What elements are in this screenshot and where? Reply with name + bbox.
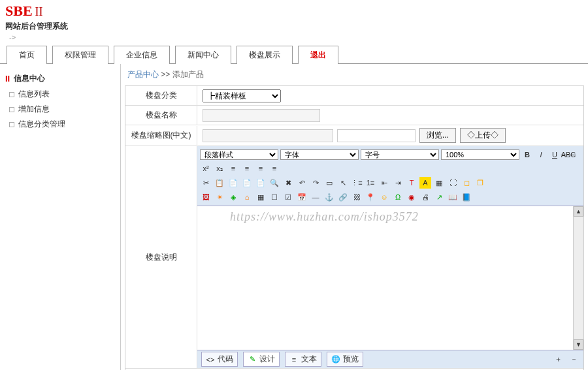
hr-icon[interactable]: — xyxy=(310,191,321,203)
editor-toolbar: 段落样式 字体 字号 100% B I U ABC x² x₂ ≡ xyxy=(197,146,583,206)
scroll-up-icon[interactable]: ▲ xyxy=(574,206,583,217)
cursor-icon[interactable]: ↖ xyxy=(337,177,349,189)
input-thumb-path[interactable] xyxy=(203,129,333,142)
outdent-icon[interactable]: ⇤ xyxy=(378,177,390,189)
logo-main: SBE xyxy=(5,3,33,20)
tab-exit[interactable]: 退出 xyxy=(298,46,338,64)
underline-icon[interactable]: U xyxy=(549,149,561,161)
form-area: 楼盘分类 ┣精装样板 楼盘名称 楼盘缩略图(中文) 浏览... xyxy=(125,85,584,370)
scroll-down-icon[interactable]: ▼ xyxy=(574,339,583,350)
section-icon: II xyxy=(5,74,10,84)
watermark-text: https://www.huzhan.com/ishop3572 xyxy=(230,210,419,224)
redo-icon[interactable]: ↷ xyxy=(310,177,321,189)
sidebar-heading: II 信息中心 xyxy=(5,70,120,87)
row-category: 楼盘分类 ┣精装样板 xyxy=(125,86,583,106)
table-icon[interactable]: ▦ xyxy=(255,191,267,203)
link-icon[interactable]: 🔗 xyxy=(337,191,349,203)
export-icon[interactable]: ↗ xyxy=(433,191,445,203)
bullet-icon xyxy=(9,107,14,112)
print-icon[interactable]: 🖨 xyxy=(419,191,431,203)
house-icon[interactable]: ⌂ xyxy=(241,191,253,203)
browse-button[interactable]: 浏览... xyxy=(419,128,456,143)
logo-sub: II xyxy=(35,5,43,19)
paste-text-icon[interactable]: 📄 xyxy=(241,177,253,189)
editor-scrollbar[interactable]: ▲ ▼ xyxy=(573,206,583,350)
tab-company[interactable]: 企业信息 xyxy=(114,46,170,64)
text-color-icon[interactable]: T xyxy=(406,177,417,189)
date-icon[interactable]: 📅 xyxy=(296,191,308,203)
anchor-icon[interactable]: ⚓ xyxy=(323,191,335,203)
upload-button[interactable]: ◇上传◇ xyxy=(460,128,506,143)
select-font-family[interactable]: 字体 xyxy=(280,149,359,160)
remove-format-icon[interactable]: ✖ xyxy=(282,177,294,189)
special-char-icon[interactable]: Ω xyxy=(392,191,404,203)
tab-preview[interactable]: 🌐 预览 xyxy=(327,352,363,367)
sidebar-item-list[interactable]: 信息列表 xyxy=(5,87,120,102)
tab-code[interactable]: <> 代码 xyxy=(201,352,238,367)
sidebar-item-categories[interactable]: 信息分类管理 xyxy=(5,117,120,132)
cut-icon[interactable]: ✂ xyxy=(200,177,212,189)
template-icon[interactable]: ◉ xyxy=(406,191,417,203)
label-desc: 楼盘说明 xyxy=(125,146,197,368)
map-icon[interactable]: 📍 xyxy=(365,191,376,203)
bullet-icon xyxy=(9,122,14,127)
undo-icon[interactable]: ↶ xyxy=(296,177,308,189)
breadcrumb: 产品中心 >> 添加产品 xyxy=(121,64,588,85)
superscript-icon[interactable]: x² xyxy=(200,162,212,174)
paste-word-icon[interactable]: 📄 xyxy=(255,177,267,189)
indent-icon[interactable]: ⇥ xyxy=(392,177,404,189)
sidebar-item-label: 信息分类管理 xyxy=(18,119,65,130)
select-all-icon[interactable]: ▭ xyxy=(323,177,335,189)
bold-icon[interactable]: B xyxy=(521,149,533,161)
preview-icon: 🌐 xyxy=(331,355,340,364)
image-icon[interactable]: 🖼 xyxy=(200,191,212,203)
checkbox-icon[interactable]: ☑ xyxy=(282,191,294,203)
tab-design[interactable]: ✎ 设计 xyxy=(243,352,280,367)
align-left-icon[interactable]: ≡ xyxy=(227,162,239,174)
sidebar-item-add[interactable]: 增加信息 xyxy=(5,102,120,117)
align-right-icon[interactable]: ≡ xyxy=(255,162,267,174)
tab-text[interactable]: ≡ 文本 xyxy=(285,352,321,367)
tab-properties[interactable]: 楼盘展示 xyxy=(237,46,293,64)
select-category[interactable]: ┣精装样板 xyxy=(203,89,281,102)
select-paragraph-style[interactable]: 段落样式 xyxy=(200,149,278,160)
highlight-icon[interactable]: ▦ xyxy=(433,177,445,189)
rich-editor: 段落样式 字体 字号 100% B I U ABC x² x₂ ≡ xyxy=(197,146,583,368)
select-font-size[interactable]: 字号 xyxy=(361,149,439,160)
input-name[interactable] xyxy=(203,109,320,122)
bg-color-icon[interactable]: A xyxy=(419,177,431,189)
window-icon[interactable]: ◻ xyxy=(461,177,472,189)
sidebar-item-label: 增加信息 xyxy=(18,104,50,115)
ordered-list-icon[interactable]: 1≡ xyxy=(365,177,376,189)
tab-home[interactable]: 首页 xyxy=(7,46,47,64)
unlink-icon[interactable]: ⛓ xyxy=(351,191,363,203)
form-icon[interactable]: ☐ xyxy=(269,191,280,203)
label-category: 楼盘分类 xyxy=(125,86,197,105)
about-icon[interactable]: 📘 xyxy=(461,191,472,203)
media-icon[interactable]: ◈ xyxy=(227,191,239,203)
strike-icon[interactable]: ABC xyxy=(563,149,574,161)
align-justify-icon[interactable]: ≡ xyxy=(269,162,280,174)
italic-icon[interactable]: I xyxy=(535,149,547,161)
copy-icon[interactable]: 📋 xyxy=(214,177,225,189)
select-zoom[interactable]: 100% xyxy=(441,149,519,160)
breadcrumb-section[interactable]: 产品中心 xyxy=(127,70,159,79)
tab-news[interactable]: 新闻中心 xyxy=(175,46,231,64)
editor-footer: <> 代码 ✎ 设计 ≡ 文本 xyxy=(197,350,583,368)
layer-icon[interactable]: ❐ xyxy=(474,177,486,189)
unordered-list-icon[interactable]: ⋮≡ xyxy=(351,177,363,189)
paste-icon[interactable]: 📄 xyxy=(227,177,239,189)
design-icon: ✎ xyxy=(248,355,257,364)
expand-icon[interactable]: ＋ xyxy=(552,354,564,365)
editor-body[interactable]: https://www.huzhan.com/ishop3572 ▲ ▼ xyxy=(197,206,583,350)
find-icon[interactable]: 🔍 xyxy=(269,177,280,189)
collapse-icon[interactable]: － xyxy=(568,354,580,365)
fullscreen-icon[interactable]: ⛶ xyxy=(447,177,459,189)
input-file-display[interactable] xyxy=(337,129,416,142)
help-icon[interactable]: 📖 xyxy=(447,191,459,203)
emoji-icon[interactable]: ☺ xyxy=(378,191,390,203)
tab-permissions[interactable]: 权限管理 xyxy=(52,46,108,64)
subscript-icon[interactable]: x₂ xyxy=(214,162,225,174)
flash-icon[interactable]: ✴ xyxy=(214,191,225,203)
align-center-icon[interactable]: ≡ xyxy=(241,162,253,174)
